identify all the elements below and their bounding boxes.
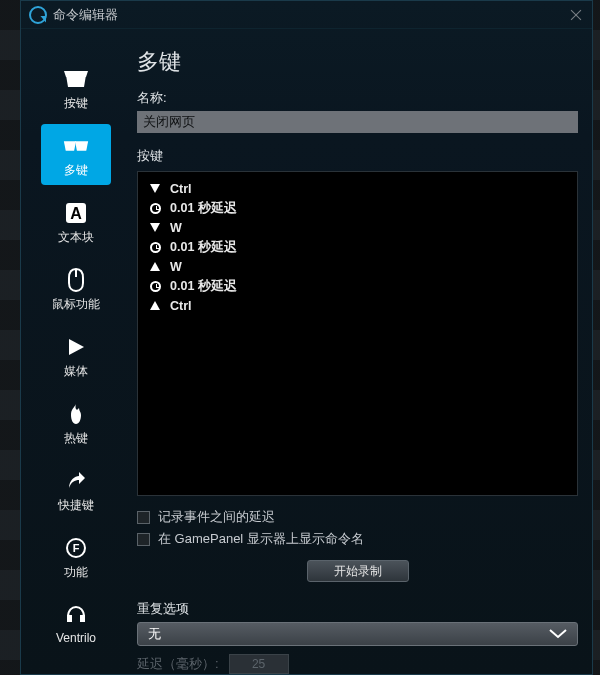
headset-icon — [62, 603, 90, 627]
checkbox-icon[interactable] — [137, 533, 150, 546]
key-event-row[interactable]: 0.01 秒延迟 — [148, 237, 567, 258]
key-up-icon — [148, 262, 162, 271]
svg-text:F: F — [73, 542, 80, 554]
checkbox-label: 记录事件之间的延迟 — [158, 508, 275, 526]
sidebar-item-label: 媒体 — [64, 363, 88, 380]
text-icon: A — [62, 201, 90, 225]
keys-label: 按键 — [137, 147, 578, 165]
sidebar-item-keystroke[interactable]: 按键 — [41, 57, 111, 118]
shortcut-arrow-icon — [62, 469, 90, 493]
delay-label: 延迟（毫秒）: — [137, 655, 219, 673]
sidebar-item-label: 多键 — [64, 162, 88, 179]
clock-icon — [148, 203, 162, 214]
sidebar-item-label: 鼠标功能 — [52, 296, 100, 313]
clock-icon — [148, 281, 162, 292]
key-event-row[interactable]: Ctrl — [148, 297, 567, 315]
sidebar-item-media[interactable]: 媒体 — [41, 325, 111, 386]
clock-icon — [148, 242, 162, 253]
checkbox-icon[interactable] — [137, 511, 150, 524]
key-event-text: W — [170, 260, 182, 274]
sidebar-item-mouse[interactable]: 鼠标功能 — [41, 258, 111, 319]
sidebar-item-label: 按键 — [64, 95, 88, 112]
play-icon — [62, 335, 90, 359]
mouse-icon — [62, 268, 90, 292]
key-event-text: 0.01 秒延迟 — [170, 239, 237, 256]
close-icon[interactable] — [568, 7, 584, 23]
sidebar-item-label: 快捷键 — [58, 497, 94, 514]
sidebar-item-label: 文本块 — [58, 229, 94, 246]
show-on-gamepanel-checkbox-row[interactable]: 在 GamePanel 显示器上显示命令名 — [137, 530, 578, 548]
category-sidebar: 按键 多键 A 文本块 鼠标功能 — [21, 29, 131, 674]
sidebar-item-label: 功能 — [64, 564, 88, 581]
checkbox-label: 在 GamePanel 显示器上显示命令名 — [158, 530, 364, 548]
key-event-text: 0.01 秒延迟 — [170, 278, 237, 295]
window-title: 命令编辑器 — [53, 6, 118, 24]
key-sequence-list[interactable]: Ctrl 0.01 秒延迟 W 0.01 秒延迟 W 0.01 秒延迟 Ctrl — [137, 171, 578, 496]
sidebar-item-function[interactable]: F 功能 — [41, 526, 111, 587]
titlebar: 命令编辑器 — [21, 1, 592, 29]
multikey-icon — [62, 134, 90, 158]
section-title: 多键 — [137, 47, 578, 77]
name-label: 名称: — [137, 89, 578, 107]
sidebar-item-shortcut[interactable]: 快捷键 — [41, 459, 111, 520]
keycap-icon — [62, 67, 90, 91]
gear-icon: F — [62, 536, 90, 560]
sidebar-item-label: 热键 — [64, 430, 88, 447]
sidebar-item-label: Ventrilo — [56, 631, 96, 645]
start-recording-button[interactable]: 开始录制 — [307, 560, 409, 582]
key-event-text: Ctrl — [170, 299, 192, 313]
command-editor-dialog: 命令编辑器 按键 多键 A 文本块 — [20, 0, 593, 675]
svg-text:A: A — [70, 205, 82, 222]
key-up-icon — [148, 301, 162, 310]
flame-icon — [62, 402, 90, 426]
main-panel: 多键 名称: 按键 Ctrl 0.01 秒延迟 W 0.01 秒延迟 W 0.0… — [131, 29, 592, 674]
sidebar-item-multikey[interactable]: 多键 — [41, 124, 111, 185]
repeat-options-label: 重复选项 — [137, 600, 578, 618]
key-down-icon — [148, 223, 162, 232]
key-event-row[interactable]: W — [148, 258, 567, 276]
select-value: 无 — [148, 625, 161, 643]
key-event-row[interactable]: 0.01 秒延迟 — [148, 198, 567, 219]
key-down-icon — [148, 184, 162, 193]
repeat-options-select[interactable]: 无 — [137, 622, 578, 646]
chevron-down-icon — [549, 629, 567, 639]
name-input[interactable] — [137, 111, 578, 133]
logitech-logo-icon — [29, 6, 47, 24]
sidebar-item-ventrilo[interactable]: Ventrilo — [41, 593, 111, 651]
record-delays-checkbox-row[interactable]: 记录事件之间的延迟 — [137, 508, 578, 526]
key-event-row[interactable]: W — [148, 219, 567, 237]
key-event-text: Ctrl — [170, 182, 192, 196]
key-event-row[interactable]: 0.01 秒延迟 — [148, 276, 567, 297]
key-event-row[interactable]: Ctrl — [148, 180, 567, 198]
key-event-text: W — [170, 221, 182, 235]
key-event-text: 0.01 秒延迟 — [170, 200, 237, 217]
sidebar-item-textblock[interactable]: A 文本块 — [41, 191, 111, 252]
sidebar-item-hotkey[interactable]: 热键 — [41, 392, 111, 453]
delay-input — [229, 654, 289, 674]
